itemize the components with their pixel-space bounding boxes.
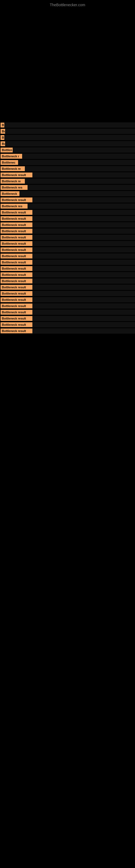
bottleneck-label: Bottleneck result	[1, 316, 32, 321]
bottleneck-label: Bottleneck result	[1, 197, 32, 203]
bottleneck-bar-bg	[28, 185, 135, 190]
bottleneck-item: Bottleneck result	[0, 272, 135, 278]
bottleneck-label: B	[1, 123, 4, 127]
bottleneck-label: Bottleneck result	[1, 266, 32, 271]
bottleneck-item: Bottleneck re	[0, 179, 135, 184]
bottleneck-item: Bottleneck result	[0, 310, 135, 315]
bottleneck-label: Bottleneck re	[1, 179, 25, 184]
bottleneck-label: Bottleneck r	[1, 154, 22, 159]
bottleneck-item: Bottleneck re	[0, 166, 135, 172]
bottleneck-item: Bottleneck result	[0, 228, 135, 234]
bottleneck-bar-bg	[32, 253, 135, 259]
bottleneck-label: Bo	[1, 141, 5, 146]
bottleneck-item: Bottlenec	[0, 160, 135, 165]
bottleneck-label: Bottlenec	[1, 160, 18, 165]
bottleneck-bar-bg	[32, 216, 135, 221]
bottleneck-bar-bg	[25, 166, 135, 172]
bottleneck-bar-bg	[32, 322, 135, 328]
bottleneck-bar-bg	[13, 147, 135, 153]
bottleneck-item: Bottleneck res	[0, 185, 135, 190]
bottleneck-item: Bottleneck result	[0, 253, 135, 259]
bottleneck-label: Bottleneck re	[1, 166, 25, 171]
bottleneck-bar-bg	[19, 191, 135, 196]
bottleneck-item: Bottleneck result	[0, 291, 135, 296]
bottleneck-item: Bottleneck	[0, 191, 135, 196]
bottleneck-bar-bg	[32, 328, 135, 334]
bottleneck-item: Bo	[0, 141, 135, 147]
bottleneck-label: Bottleneck res	[1, 185, 28, 190]
bottleneck-item: Bottlen	[0, 147, 135, 153]
bottleneck-item: Bottleneck r	[0, 154, 135, 159]
bottleneck-label: Bottleneck res	[1, 204, 28, 209]
bottleneck-bar-bg	[28, 204, 135, 209]
bottleneck-bar-bg	[32, 228, 135, 234]
bottleneck-label: Bottleneck result	[1, 229, 32, 234]
bottleneck-label: Bottleneck result	[1, 216, 32, 221]
bottleneck-bar-bg	[4, 122, 135, 128]
bottleneck-label: Bottleneck	[1, 191, 19, 196]
bottleneck-item: Bottleneck result	[0, 259, 135, 265]
bottleneck-bar-bg	[32, 291, 135, 296]
bottleneck-label: Bottleneck result	[1, 235, 32, 240]
bottleneck-item: Bottleneck result	[0, 172, 135, 178]
bottleneck-item: Bottleneck result	[0, 322, 135, 328]
bottleneck-item: Bo	[0, 129, 135, 134]
bottleneck-item: Bottleneck result	[0, 222, 135, 227]
bottleneck-item: Bottleneck result	[0, 284, 135, 290]
bottleneck-bar-bg	[32, 210, 135, 215]
bottleneck-item: Bottleneck result	[0, 197, 135, 203]
bottleneck-bar-bg	[32, 197, 135, 203]
bottleneck-bar-bg	[32, 247, 135, 252]
bottleneck-label: Bottleneck result	[1, 241, 32, 246]
bottleneck-item: Bottleneck result	[0, 210, 135, 215]
bottleneck-bar-bg	[5, 129, 135, 134]
bottleneck-label: Bottleneck result	[1, 210, 32, 215]
bottleneck-label: Bottleneck result	[1, 254, 32, 258]
bottleneck-item: B	[0, 135, 135, 140]
bottleneck-label: Bottleneck result	[1, 285, 32, 290]
bottleneck-item: Bottleneck result	[0, 216, 135, 221]
bottleneck-label: Bottleneck result	[1, 279, 32, 283]
bottleneck-items-container: BBoBBoBottlenBottleneck rBottlenecBottle…	[0, 122, 135, 335]
bottleneck-bar-bg	[25, 179, 135, 184]
bottleneck-item: Bottleneck result	[0, 297, 135, 303]
bottleneck-bar-bg	[32, 278, 135, 284]
bottleneck-item: Bottleneck result	[0, 303, 135, 309]
bottleneck-label: Bottlen	[1, 148, 13, 152]
site-title: TheBottlenecker.com	[0, 0, 135, 8]
bottleneck-label: Bottleneck result	[1, 304, 32, 308]
bottleneck-item: Bottleneck result	[0, 266, 135, 271]
bottleneck-bar-bg	[32, 241, 135, 246]
bottleneck-label: Bottleneck result	[1, 173, 32, 177]
bottleneck-bar-bg	[32, 272, 135, 278]
bottleneck-item: Bottleneck result	[0, 235, 135, 240]
bottleneck-bar-bg	[32, 316, 135, 321]
bottleneck-label: Bottleneck result	[1, 329, 32, 333]
bottleneck-label: Bottleneck result	[1, 310, 32, 315]
bottleneck-label: Bo	[1, 129, 5, 134]
bottleneck-bar-bg	[18, 160, 135, 165]
bottleneck-label: Bottleneck result	[1, 272, 32, 277]
bottleneck-item: Bottleneck res	[0, 204, 135, 209]
bottleneck-bar-bg	[4, 135, 135, 140]
bottleneck-bar-bg	[32, 259, 135, 265]
bottleneck-bar-bg	[32, 297, 135, 303]
bottleneck-label: Bottleneck result	[1, 260, 32, 265]
bottleneck-label: Bottleneck result	[1, 322, 32, 327]
bottleneck-label: Bottleneck result	[1, 291, 32, 296]
bottleneck-label: Bottleneck result	[1, 222, 32, 227]
bottleneck-item: Bottleneck result	[0, 241, 135, 246]
bottleneck-label: B	[1, 135, 4, 140]
bottleneck-bar-bg	[32, 235, 135, 240]
bottleneck-bar-bg	[32, 303, 135, 309]
bottleneck-bar-bg	[32, 284, 135, 290]
bottleneck-bar-bg	[32, 172, 135, 178]
bottleneck-item: Bottleneck result	[0, 247, 135, 252]
bottleneck-label: Bottleneck result	[1, 297, 32, 302]
chart-area	[0, 8, 135, 122]
bottleneck-item: Bottleneck result	[0, 316, 135, 321]
bottleneck-item: Bottleneck result	[0, 278, 135, 284]
bottleneck-label: Bottleneck result	[1, 247, 32, 252]
bottleneck-bar-bg	[5, 141, 135, 147]
bottleneck-bar-bg	[32, 310, 135, 315]
